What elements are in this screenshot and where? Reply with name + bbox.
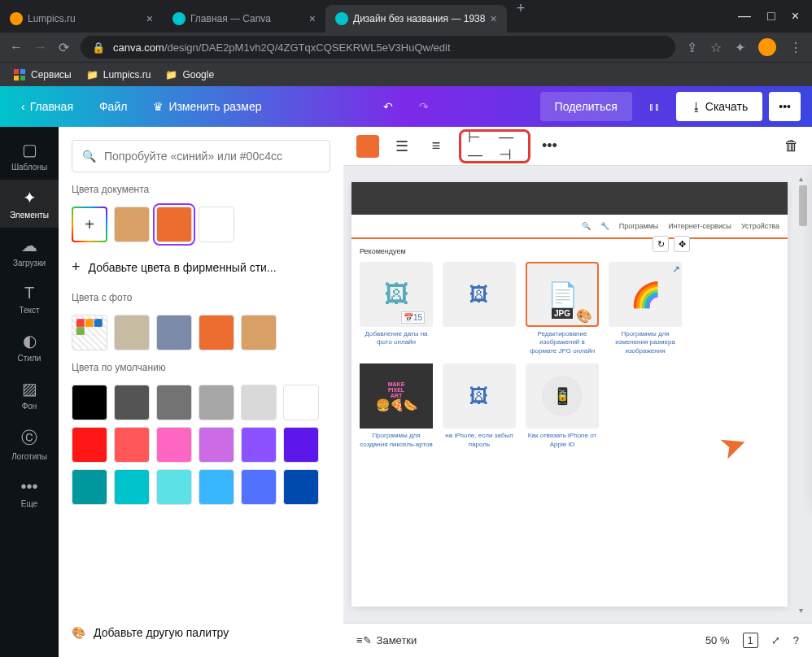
browser-tab[interactable]: Lumpics.ru × bbox=[0, 5, 163, 33]
color-swatch[interactable] bbox=[156, 469, 192, 505]
color-swatch[interactable] bbox=[156, 315, 192, 350]
color-swatch[interactable] bbox=[241, 427, 277, 463]
toolbar-more[interactable]: ••• bbox=[542, 137, 557, 154]
color-swatch[interactable] bbox=[241, 385, 277, 420]
new-tab-button[interactable]: + bbox=[507, 0, 535, 33]
canvas-viewport[interactable]: 🔍🔧 Программы Интернет-сервисы Устройства… bbox=[343, 166, 812, 623]
search-icon: 🔍 bbox=[82, 150, 96, 163]
maximize-icon[interactable]: □ bbox=[767, 9, 775, 24]
line-weight-button[interactable]: ☰ bbox=[391, 135, 413, 158]
help-button[interactable]: ? bbox=[793, 634, 799, 646]
browser-tab-active[interactable]: Дизайн без названия — 1938 × bbox=[325, 5, 507, 33]
color-swatch-selected[interactable] bbox=[156, 207, 192, 242]
section-title: Цвета по умолчанию bbox=[72, 362, 330, 373]
rail-logos[interactable]: ⓒЛоготипы bbox=[0, 419, 59, 469]
menu-icon[interactable]: ⋮ bbox=[789, 40, 802, 55]
color-swatch[interactable] bbox=[72, 385, 107, 420]
back-icon[interactable]: ← bbox=[10, 40, 23, 54]
close-icon[interactable]: × bbox=[490, 12, 496, 25]
rail-elements[interactable]: ✦Элементы bbox=[0, 180, 59, 228]
card-image: 📄JPG🎨 bbox=[526, 262, 599, 327]
add-palette[interactable]: 🎨Добавьте другую палитру bbox=[72, 621, 330, 644]
rail-styles[interactable]: ◐Стили bbox=[0, 323, 59, 371]
color-swatch[interactable] bbox=[283, 469, 319, 505]
close-window-icon[interactable]: × bbox=[792, 9, 799, 24]
article-card[interactable]: 🖼на iPhone, если забыл пароль bbox=[443, 363, 516, 449]
file-menu[interactable]: Файл bbox=[89, 94, 137, 120]
minimize-icon[interactable]: — bbox=[738, 9, 751, 24]
color-swatch[interactable] bbox=[114, 315, 150, 350]
home-button[interactable]: ‹Главная bbox=[11, 94, 83, 120]
rail-templates[interactable]: ▢Шаблоны bbox=[0, 132, 59, 180]
browser-tabs: Lumpics.ru × Главная — Canva × Дизайн бе… bbox=[0, 0, 535, 33]
sync-icon[interactable]: ↻ bbox=[653, 236, 669, 252]
color-swatch[interactable] bbox=[199, 427, 234, 463]
color-swatch[interactable] bbox=[72, 427, 107, 463]
color-swatch[interactable] bbox=[156, 385, 192, 420]
color-swatch[interactable] bbox=[199, 315, 234, 350]
cloud-upload-icon: ☁ bbox=[21, 236, 37, 255]
color-swatch[interactable] bbox=[283, 427, 319, 463]
url-input[interactable]: 🔒 canva.com/design/DAE2pM1vh2Q/4ZGTqxCQS… bbox=[81, 36, 675, 59]
design-page[interactable]: 🔍🔧 Программы Интернет-сервисы Устройства… bbox=[351, 182, 788, 607]
profile-avatar[interactable] bbox=[758, 38, 776, 56]
rail-more[interactable]: •••Еще bbox=[0, 469, 59, 516]
color-swatch[interactable] bbox=[241, 315, 277, 350]
default-colors bbox=[72, 385, 330, 505]
color-swatch[interactable] bbox=[114, 207, 150, 242]
article-card[interactable]: 📄JPG🎨Редактирование изображений в формат… bbox=[526, 262, 599, 355]
vertical-scrollbar[interactable] bbox=[799, 174, 809, 615]
rail-background[interactable]: ▨Фон bbox=[0, 371, 59, 419]
star-icon[interactable]: ☆ bbox=[710, 40, 722, 55]
color-swatch[interactable] bbox=[241, 469, 277, 505]
article-card[interactable]: 🌈↗Программы для изменения размера изобра… bbox=[609, 262, 682, 355]
delete-button[interactable]: 🗑 bbox=[784, 137, 799, 154]
bookmark-item[interactable]: Сервисы bbox=[13, 68, 72, 81]
bookmark-item[interactable]: 📁 Lumpics.ru bbox=[86, 69, 151, 80]
line-end-button[interactable]: —⊣ bbox=[499, 135, 522, 158]
color-swatch[interactable] bbox=[114, 427, 150, 463]
color-swatch[interactable] bbox=[114, 469, 150, 505]
forward-icon[interactable]: → bbox=[34, 40, 47, 54]
download-button[interactable]: ⭳ Скачать bbox=[676, 92, 762, 121]
extensions-icon[interactable]: ✦ bbox=[735, 40, 745, 55]
bookmark-item[interactable]: 📁 Google bbox=[165, 69, 214, 80]
redo-button[interactable]: ↷ bbox=[409, 94, 439, 120]
close-icon[interactable]: × bbox=[146, 12, 153, 25]
line-style-button[interactable]: ≡ bbox=[425, 135, 447, 158]
color-swatch[interactable] bbox=[72, 469, 107, 505]
color-swatch[interactable]: 🟥🟧🟦🟩 bbox=[72, 315, 107, 350]
undo-button[interactable]: ↶ bbox=[373, 94, 403, 120]
resize-button[interactable]: ♛Изменить размер bbox=[143, 94, 271, 120]
color-swatch[interactable] bbox=[283, 385, 319, 420]
color-swatch[interactable] bbox=[199, 469, 234, 505]
reload-icon[interactable]: ⟳ bbox=[59, 40, 69, 55]
color-swatch[interactable] bbox=[199, 385, 234, 420]
article-card[interactable]: 🖼📅15Добавление даты на фото онлайн bbox=[360, 262, 433, 355]
color-swatch[interactable] bbox=[199, 207, 234, 242]
more-menu-button[interactable]: ••• bbox=[769, 92, 801, 121]
zoom-level[interactable]: 50 % bbox=[705, 634, 730, 646]
notes-button[interactable]: ≡✎Заметки bbox=[356, 634, 417, 646]
add-color-swatch[interactable]: + bbox=[72, 207, 107, 242]
rail-text[interactable]: TТекст bbox=[0, 276, 59, 323]
line-start-button[interactable]: ⊢— bbox=[468, 135, 491, 158]
analytics-button[interactable]: ⫾⫾ bbox=[639, 94, 670, 120]
color-swatch[interactable] bbox=[114, 385, 150, 420]
page-indicator[interactable]: 1 bbox=[743, 633, 758, 648]
article-card[interactable]: 📱🔒Как отвязать iPhone от Apple ID bbox=[526, 363, 599, 449]
color-search-input[interactable]: 🔍 Попробуйте «синий» или #00c4cc bbox=[72, 140, 330, 172]
article-card[interactable]: MAKEPIXELART🍔🍕🌭Программы для создания пи… bbox=[360, 363, 433, 449]
rail-uploads[interactable]: ☁Загрузки bbox=[0, 228, 59, 276]
share-button[interactable]: Поделиться bbox=[540, 92, 632, 121]
move-icon[interactable]: ✥ bbox=[674, 236, 690, 252]
line-color-button[interactable] bbox=[356, 135, 379, 158]
share-page-icon[interactable]: ⇪ bbox=[687, 40, 697, 55]
article-card[interactable]: 🖼 bbox=[443, 262, 516, 355]
fullscreen-button[interactable]: ⤢ bbox=[771, 634, 780, 646]
color-swatch[interactable] bbox=[156, 427, 192, 463]
add-brand-colors[interactable]: +Добавьте цвета в фирменный сти... bbox=[72, 254, 330, 281]
browser-tab[interactable]: Главная — Canva × bbox=[163, 5, 325, 33]
close-icon[interactable]: × bbox=[309, 12, 316, 25]
lock-icon: 🔒 bbox=[92, 41, 105, 54]
